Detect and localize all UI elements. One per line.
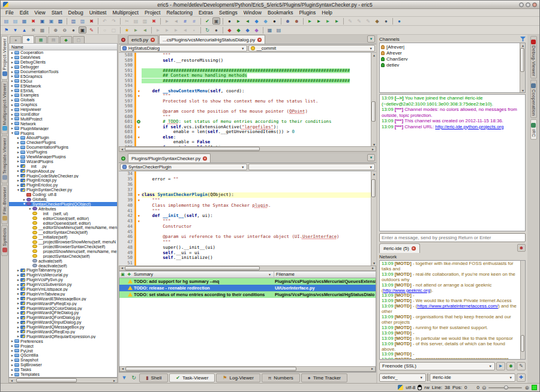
tree-item[interactable]: ►PluginVmListspace.py	[9, 287, 117, 292]
unittest-icon[interactable]: ✎	[346, 17, 354, 25]
expand-arrow-icon[interactable]: ►	[16, 311, 20, 315]
expand-arrow-icon[interactable]: ►	[16, 164, 20, 168]
expand-arrow-icon[interactable]: ►	[16, 169, 20, 173]
sidebar-tab-symbols[interactable]: Symbols	[1, 225, 8, 256]
expand-arrow-icon[interactable]: ►	[28, 207, 32, 210]
compare-icon[interactable]: ◆	[373, 17, 381, 25]
sidebar-tab-irc[interactable]: IRC	[530, 119, 537, 140]
scroll-right-arrow[interactable]: ►	[370, 367, 375, 371]
tree-item[interactable]: ►DocumentationTools	[9, 70, 117, 74]
expand-arrow-icon[interactable]: ►	[16, 278, 20, 282]
fold-marker-icon[interactable]: ▼	[136, 135, 142, 140]
scroll-thumb[interactable]	[520, 48, 524, 72]
prev-change-icon[interactable]: ○	[101, 26, 109, 34]
channel-messages[interactable]: 13:09 [-->] You have joined the channel …	[379, 94, 526, 231]
zoom-in-icon[interactable]: ⊕	[524, 385, 529, 391]
expand-arrow-icon[interactable]: ►	[16, 159, 20, 163]
zoom-out-icon[interactable]: ⊖	[482, 385, 487, 391]
tree-item[interactable]: ►Graphics	[9, 102, 117, 107]
vcs-update-icon[interactable]: ◆	[226, 26, 233, 34]
new-icon[interactable]: ▤	[2, 17, 10, 25]
collapse-arrow-icon[interactable]: ▼	[22, 202, 26, 206]
bottom-tab-numbers[interactable]: πNumbers	[262, 373, 300, 382]
expand-arrow-icon[interactable]: ►	[10, 98, 14, 102]
save-all-icon[interactable]: ▩	[56, 17, 64, 25]
tree-item[interactable]: ►Attributes	[9, 206, 117, 211]
project-tree[interactable]: ►Cooperation►DataViews►DebugClients►Debu…	[8, 50, 118, 378]
vcs-remove-icon[interactable]: ◆	[253, 26, 260, 34]
message-link[interactable]: http://eric-ide.python-projects.org	[435, 124, 503, 129]
editor-top-vscrollbar[interactable]: ▲ ▼	[371, 53, 376, 146]
debug-stop-icon[interactable]: ▪	[190, 26, 198, 34]
browser-tab-sources-python[interactable]: ◆	[22, 35, 34, 43]
tree-item[interactable]: ►VcsPlugins	[9, 150, 117, 155]
fold-marker-icon[interactable]: ▼	[136, 89, 142, 94]
expand-arrow-icon[interactable]: ►	[10, 89, 14, 92]
tree-item[interactable]: ►PluginWizardQMessageBox.py	[9, 325, 117, 330]
expand-arrow-icon[interactable]: ►	[16, 273, 20, 277]
filter-icon[interactable]: ▼	[120, 373, 128, 382]
scroll-thumb[interactable]	[125, 266, 260, 270]
user-item[interactable]: Afrever	[381, 50, 518, 56]
minimize-button[interactable]	[519, 2, 524, 7]
channel-combo[interactable]: #eric-ide▼	[430, 373, 515, 382]
tree-item[interactable]: ►PluginVcsMercurial.py	[9, 273, 117, 278]
sidebar-tab-debug-viewer[interactable]: Debug-Viewer	[530, 36, 537, 79]
browser-tab-forms[interactable]: ▦	[35, 36, 47, 43]
tree-item[interactable]: ►Cooperation	[9, 50, 117, 55]
uncomment-icon[interactable]: #	[190, 17, 198, 25]
fold-marker-icon[interactable]: ▼	[136, 198, 142, 203]
print-preview-icon[interactable]: ▥	[79, 17, 86, 25]
scroll-thumb[interactable]	[125, 147, 260, 151]
menu-project[interactable]: Project	[142, 10, 163, 16]
tree-item[interactable]: deactivate(self)	[9, 263, 117, 268]
debug-step-out-icon[interactable]: ◄	[181, 26, 189, 34]
scroll-right-arrow[interactable]: ►	[370, 266, 376, 270]
quit-icon[interactable]: ✖	[88, 17, 95, 25]
tree-item[interactable]: ►PluginWizardQColorDialog.py	[9, 306, 117, 310]
message-link[interactable]: https://www.privateinternetaccess.com/	[417, 303, 498, 309]
next-change-icon[interactable]: ▢	[110, 26, 118, 34]
zoom-slider[interactable]	[488, 385, 522, 390]
sidebar-tab-cooperation[interactable]: Cooperation	[530, 80, 537, 118]
tree-item[interactable]: ►PluginWizardQFontDialog.py	[9, 315, 117, 320]
tree-item[interactable]: ▼Plugins	[9, 131, 117, 135]
expand-arrow-icon[interactable]: ►	[16, 301, 20, 305]
tree-item[interactable]: __projectBrowserShowMenu(self, menuN	[9, 240, 117, 245]
expand-arrow-icon[interactable]: ►	[22, 198, 26, 201]
run-project-icon[interactable]: ►	[315, 17, 323, 25]
expand-arrow-icon[interactable]: ►	[10, 339, 14, 343]
search-next-icon[interactable]: ►	[235, 17, 242, 25]
scroll-left-arrow[interactable]: ◄	[9, 378, 14, 382]
tree-item[interactable]: ▼SyntaxCheckerPlugin(QObject)	[9, 202, 117, 207]
users-vscrollbar[interactable]: ▲ ▼	[520, 43, 525, 92]
menu-refactoring[interactable]: Refactoring	[163, 10, 195, 16]
zoom-in-icon[interactable]: ⊕	[52, 26, 59, 34]
tree-item[interactable]: ▼PluginSyntaxChecker.py	[9, 188, 117, 192]
maximize-button[interactable]	[526, 2, 530, 7]
user-item[interactable]: ChanServ	[381, 56, 518, 62]
unindent-icon[interactable]: ◄	[172, 17, 180, 25]
expand-arrow-icon[interactable]: ►	[10, 61, 14, 64]
bottom-tab-task-viewer[interactable]: ✔Task-Viewer	[169, 373, 215, 382]
scroll-left-arrow[interactable]: ◄	[120, 367, 125, 371]
sidebar-tab-multiproject-viewer[interactable]: Multiproject-Viewer	[1, 81, 8, 134]
task-hscrollbar[interactable]: ◄►	[119, 366, 376, 372]
message-link[interactable]: http://www.geeknic.org	[383, 288, 430, 293]
fold-marker-icon[interactable]: ▼	[136, 145, 142, 146]
tree-item[interactable]: activate(self)	[9, 258, 117, 263]
nickname-combo[interactable]: detlev_▼	[379, 373, 426, 382]
message-input[interactable]	[379, 233, 526, 242]
paste-icon[interactable]: ▥	[141, 17, 149, 25]
tree-item[interactable]: ►E5XML	[9, 88, 117, 93]
expand-arrow-icon[interactable]: ►	[16, 321, 20, 324]
expand-arrow-icon[interactable]: ►	[16, 325, 20, 329]
scroll-thumb[interactable]	[521, 335, 524, 352]
fold-marker-icon[interactable]: ▼	[136, 125, 142, 130]
tree-item[interactable]: ►AboutPlugin	[9, 135, 117, 140]
server-combo[interactable]: Freenode (SSL)▼	[379, 362, 495, 370]
method-combo[interactable]: ▼	[248, 164, 376, 170]
zoom-icon[interactable]: ▣	[79, 26, 86, 34]
task-row[interactable]: TODO: set status of menu entries accordi…	[119, 291, 376, 298]
menu-window[interactable]: Window	[241, 10, 265, 16]
